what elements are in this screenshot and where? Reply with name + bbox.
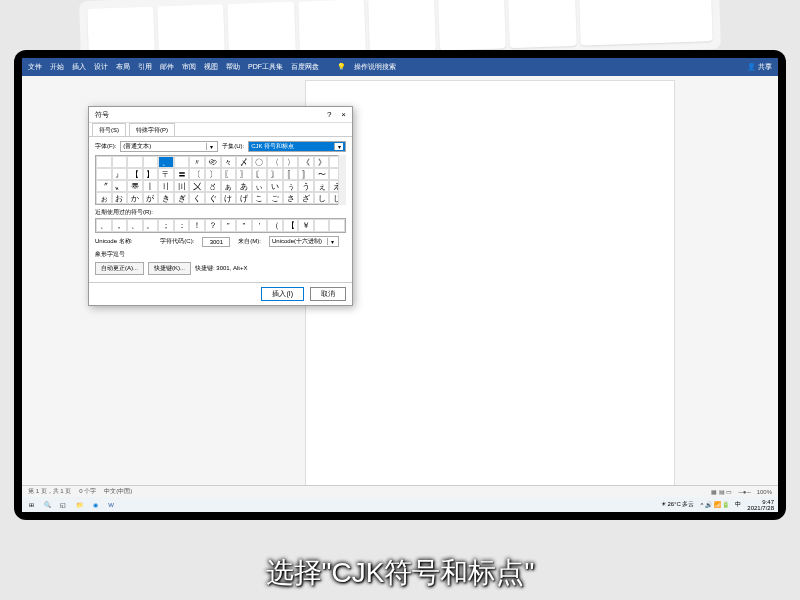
edge-icon[interactable]: ◉ (90, 500, 100, 510)
recent-symbol[interactable] (329, 219, 345, 232)
symbol-cell[interactable]: こ (252, 192, 268, 204)
insert-button[interactable]: 插入(I) (261, 287, 304, 301)
symbol-cell[interactable] (127, 156, 143, 168)
symbol-cell[interactable]: ぉ (96, 192, 112, 204)
symbol-cell[interactable]: お (112, 192, 128, 204)
recent-symbol[interactable]: ： (174, 219, 190, 232)
scrollbar[interactable] (338, 155, 346, 205)
recent-symbol[interactable]: " (236, 219, 252, 232)
symbol-cell[interactable]: ぃ (252, 180, 268, 192)
symbol-cell[interactable]: 〥 (205, 180, 221, 192)
recent-symbol[interactable]: ， (112, 219, 128, 232)
word-icon[interactable]: W (106, 500, 116, 510)
symbol-cell[interactable]: 〃 (189, 156, 205, 168)
symbol-cell[interactable]: 〣 (174, 180, 190, 192)
zoom-level[interactable]: 100% (757, 489, 772, 495)
symbol-cell[interactable] (174, 156, 190, 168)
symbol-cell[interactable]: ざ (298, 192, 314, 204)
weather[interactable]: ☀ 26°C 多云 (661, 500, 695, 509)
ime[interactable]: 中 (735, 500, 741, 509)
symbol-cell[interactable]: き (158, 192, 174, 204)
tab-references[interactable]: 引用 (138, 62, 152, 72)
clock-date[interactable]: 2021/7/28 (747, 505, 774, 511)
symbol-cell[interactable]: け (221, 192, 237, 204)
view-icons[interactable]: ▦ ▤ ▭ (711, 488, 732, 495)
symbol-cell[interactable]: ぎ (174, 192, 190, 204)
recent-symbol[interactable]: 。 (143, 219, 159, 232)
symbol-cell[interactable]: ぇ (314, 180, 330, 192)
recent-symbol[interactable]: ？ (205, 219, 221, 232)
symbol-cell[interactable]: 〒 (158, 168, 174, 180)
symbol-cell[interactable]: 〢 (158, 180, 174, 192)
search-icon[interactable]: 🔍 (42, 500, 52, 510)
symbol-cell[interactable]: 〖 (221, 168, 237, 180)
symbol-cell[interactable]: 〘 (252, 168, 268, 180)
symbol-cell[interactable]: 〄 (205, 156, 221, 168)
symbol-cell[interactable]: 〇 (252, 156, 268, 168)
recent-symbol[interactable]: ' (252, 219, 268, 232)
symbol-cell[interactable]: ぁ (221, 180, 237, 192)
help-icon[interactable]: ? (327, 110, 331, 119)
symbol-cell[interactable]: あ (236, 180, 252, 192)
symbol-cell[interactable]: 、 (158, 156, 174, 168)
symbol-cell[interactable]: 〤 (189, 180, 205, 192)
symbol-cell[interactable]: 〔 (189, 168, 205, 180)
symbol-cell[interactable]: う (298, 180, 314, 192)
recent-symbol[interactable]: 【 (283, 219, 299, 232)
tab-help[interactable]: 帮助 (226, 62, 240, 72)
tab-layout[interactable]: 布局 (116, 62, 130, 72)
symbol-cell[interactable] (112, 156, 128, 168)
font-select[interactable]: (普通文本)▾ (120, 141, 218, 152)
symbol-cell[interactable]: 々 (221, 156, 237, 168)
symbol-cell[interactable]: 〡 (143, 180, 159, 192)
zoom-slider[interactable]: ─●─ (739, 489, 751, 495)
subset-select[interactable]: CJK 符号和标点▾ (248, 141, 346, 152)
symbol-cell[interactable]: ぐ (205, 192, 221, 204)
search-text[interactable]: 操作说明搜索 (354, 62, 396, 72)
symbol-cell[interactable]: 〞 (96, 180, 112, 192)
tab-mailings[interactable]: 邮件 (160, 62, 174, 72)
autocorrect-button[interactable]: 自动更正(A)... (95, 262, 144, 275)
symbol-cell[interactable]: 〕 (205, 168, 221, 180)
symbol-cell[interactable]: 〜 (314, 168, 330, 180)
tab-file[interactable]: 文件 (28, 62, 42, 72)
symbol-cell[interactable]: 〚 (283, 168, 299, 180)
share-button[interactable]: 👤 共享 (747, 62, 772, 72)
symbol-cell[interactable]: ぅ (283, 180, 299, 192)
explorer-icon[interactable]: 📁 (74, 500, 84, 510)
tab-symbols[interactable]: 符号(S) (92, 123, 126, 136)
symbol-cell[interactable]: さ (283, 192, 299, 204)
code-input[interactable] (202, 237, 230, 247)
shortcut-button[interactable]: 快捷键(K)... (148, 262, 191, 275)
symbol-cell[interactable]: が (143, 192, 159, 204)
tab-review[interactable]: 审阅 (182, 62, 196, 72)
symbol-cell[interactable] (143, 156, 159, 168)
symbol-cell[interactable]: 》 (314, 156, 330, 168)
symbol-cell[interactable]: 〉 (283, 156, 299, 168)
symbol-cell[interactable]: 〛 (298, 168, 314, 180)
tab-view[interactable]: 视图 (204, 62, 218, 72)
symbol-cell[interactable]: か (127, 192, 143, 204)
tab-special[interactable]: 特殊字符(P) (129, 123, 175, 136)
recent-symbol[interactable] (314, 219, 330, 232)
recent-symbol[interactable]: 、 (96, 219, 112, 232)
recent-symbol[interactable]: ！ (189, 219, 205, 232)
symbol-cell[interactable]: 〠 (127, 180, 143, 192)
language[interactable]: 中文(中国) (104, 487, 132, 496)
symbol-cell[interactable] (96, 168, 112, 180)
word-count[interactable]: 0 个字 (79, 487, 96, 496)
symbol-cell[interactable]: 《 (298, 156, 314, 168)
tab-design[interactable]: 设计 (94, 62, 108, 72)
symbol-cell[interactable]: ご (267, 192, 283, 204)
symbol-cell[interactable]: 〆 (236, 156, 252, 168)
tab-insert[interactable]: 插入 (72, 62, 86, 72)
symbol-cell[interactable]: 』 (112, 168, 128, 180)
symbol-cell[interactable] (96, 156, 112, 168)
tab-pdf[interactable]: PDF工具集 (248, 62, 283, 72)
symbol-cell[interactable]: 〓 (174, 168, 190, 180)
symbol-cell[interactable]: い (267, 180, 283, 192)
recent-symbol[interactable]: ￥ (298, 219, 314, 232)
tab-baidu[interactable]: 百度网盘 (291, 62, 319, 72)
recent-symbol[interactable]: ； (158, 219, 174, 232)
symbol-cell[interactable]: 】 (143, 168, 159, 180)
